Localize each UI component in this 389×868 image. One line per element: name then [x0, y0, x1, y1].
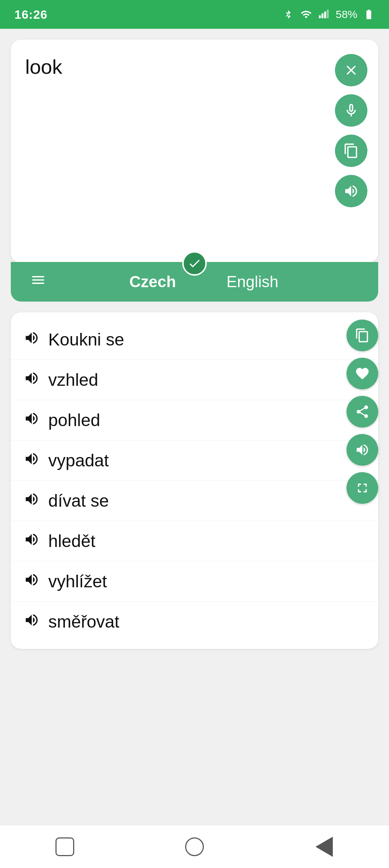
- heart-icon: [355, 366, 370, 381]
- svg-rect-2: [324, 12, 326, 18]
- copy-result-button[interactable]: [346, 320, 378, 351]
- status-icons: 58%: [282, 8, 375, 21]
- speaker-btn-1[interactable]: [24, 370, 40, 390]
- svg-rect-0: [319, 15, 321, 18]
- favorite-button[interactable]: [346, 358, 378, 389]
- speaker-btn-7[interactable]: [24, 612, 40, 632]
- result-text-4: dívat se: [48, 491, 365, 511]
- speaker-input-button[interactable]: [335, 175, 367, 207]
- result-row: vzhled: [11, 360, 378, 400]
- source-language[interactable]: Czech: [129, 273, 176, 291]
- speaker-btn-6[interactable]: [24, 572, 40, 591]
- result-text-5: hledět: [48, 531, 365, 551]
- speaker-icon-7: [24, 612, 40, 628]
- result-row: vypadat: [11, 440, 378, 481]
- speaker-icon-0: [24, 330, 40, 346]
- target-language[interactable]: English: [227, 273, 278, 291]
- share-icon: [355, 404, 370, 419]
- bluetooth-icon: [282, 9, 294, 20]
- copy-input-button[interactable]: [335, 135, 367, 167]
- speaker-icon-2: [24, 411, 40, 426]
- volume-result-icon: [355, 442, 370, 457]
- result-row: hledět: [11, 521, 378, 561]
- svg-rect-3: [327, 10, 328, 18]
- check-icon: [188, 257, 201, 270]
- result-row: směřovat: [11, 602, 378, 642]
- expand-icon: [355, 480, 370, 496]
- menu-button[interactable]: [29, 272, 48, 291]
- copy-result-icon: [355, 328, 370, 343]
- input-text[interactable]: look: [25, 54, 328, 80]
- input-actions: [335, 54, 367, 207]
- speaker-icon-4: [24, 491, 40, 507]
- results-actions: [346, 320, 382, 504]
- nav-bar: [0, 825, 389, 868]
- result-row: pohled: [11, 400, 378, 440]
- speaker-btn-2[interactable]: [24, 411, 40, 430]
- back-icon: [316, 837, 333, 857]
- mic-icon: [343, 103, 359, 118]
- result-text-3: vypadat: [48, 451, 365, 470]
- status-time: 16:26: [14, 8, 48, 22]
- swap-check[interactable]: [182, 251, 207, 276]
- signal-icon: [318, 9, 330, 20]
- status-bar: 16:26 58%: [0, 0, 389, 29]
- nav-home-button[interactable]: [180, 832, 209, 861]
- speaker-btn-4[interactable]: [24, 491, 40, 511]
- result-row: Koukni se: [11, 320, 378, 360]
- battery-icon: [363, 9, 375, 20]
- speaker-btn-5[interactable]: [24, 532, 40, 551]
- speaker-btn-3[interactable]: [24, 451, 40, 470]
- result-text-6: vyhlížet: [48, 571, 365, 591]
- battery-text: 58%: [336, 8, 357, 21]
- wifi-icon: [300, 9, 313, 20]
- speaker-btn-0[interactable]: [24, 330, 40, 349]
- expand-button[interactable]: [346, 472, 378, 504]
- clear-button[interactable]: [335, 54, 367, 86]
- close-icon: [343, 62, 359, 78]
- result-text-1: vzhled: [48, 370, 365, 390]
- menu-icon: [29, 272, 48, 288]
- svg-rect-1: [322, 13, 323, 18]
- speaker-icon-6: [24, 572, 40, 588]
- share-button[interactable]: [346, 396, 378, 428]
- language-bar: Czech English: [11, 262, 378, 302]
- input-card: look: [11, 40, 378, 263]
- nav-back-button[interactable]: [310, 832, 339, 861]
- result-text-7: směřovat: [48, 612, 365, 632]
- speaker-icon-1: [24, 370, 40, 386]
- result-row: vyhlížet: [11, 561, 378, 602]
- main-content: look: [0, 29, 389, 649]
- home-icon: [185, 837, 204, 856]
- nav-recents-button[interactable]: [50, 832, 79, 861]
- result-row: dívat se: [11, 481, 378, 521]
- volume-icon: [343, 183, 359, 199]
- speaker-icon-5: [24, 532, 40, 547]
- recents-icon: [55, 837, 74, 856]
- result-text-2: pohled: [48, 410, 365, 430]
- copy-icon: [343, 143, 359, 159]
- language-names: Czech English: [48, 273, 360, 291]
- speaker-icon-3: [24, 451, 40, 467]
- result-text-0: Koukni se: [48, 330, 365, 349]
- results-card: Koukni se vzhled pohled: [11, 312, 378, 649]
- speaker-result-button[interactable]: [346, 434, 378, 466]
- mic-button[interactable]: [335, 94, 367, 127]
